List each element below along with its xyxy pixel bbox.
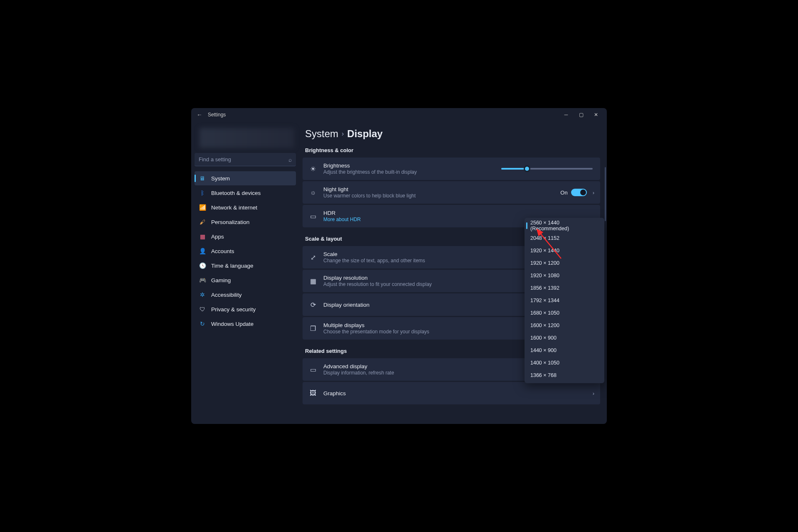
page-title: Display <box>347 128 382 140</box>
dropdown-option[interactable]: 1920 × 1080 <box>525 269 603 282</box>
dropdown-option[interactable]: 1920 × 1440 <box>525 244 603 257</box>
wifi-icon: 📶 <box>199 204 206 211</box>
card-title: HDR <box>323 210 594 216</box>
search-icon: ⌕ <box>288 156 292 163</box>
displays-icon: ❐ <box>308 325 318 332</box>
hdr-icon: ▭ <box>308 212 318 220</box>
card-sub: Use warmer colors to help block blue lig… <box>323 193 554 199</box>
bluetooth-icon: ᛒ <box>199 189 206 197</box>
dropdown-option[interactable]: 1920 × 1200 <box>525 257 603 269</box>
dropdown-option[interactable]: 1792 × 1344 <box>525 294 603 307</box>
scale-icon: ⤢ <box>308 254 318 261</box>
search-input[interactable] <box>195 153 296 166</box>
sidebar-label: System <box>211 175 230 182</box>
person-icon: 👤 <box>199 247 206 255</box>
card-title: Graphics <box>323 390 587 397</box>
resolution-dropdown[interactable]: 2560 × 1440 (Recommended) 2048 × 1152 19… <box>525 218 604 383</box>
sidebar-item-accessibility[interactable]: ✲Accessibility <box>195 288 296 302</box>
sidebar-label: Time & language <box>211 263 254 269</box>
update-icon: ↻ <box>199 320 206 328</box>
system-icon: 🖥 <box>199 175 206 182</box>
brush-icon: 🖌 <box>199 218 206 226</box>
sun-icon: ☀ <box>308 165 318 173</box>
toggle-label: On <box>560 190 567 196</box>
sidebar-label: Network & internet <box>211 204 257 211</box>
gamepad-icon: 🎮 <box>199 276 206 284</box>
dropdown-option[interactable]: 1856 × 1392 <box>525 282 603 294</box>
sidebar-item-system[interactable]: 🖥System <box>195 171 296 185</box>
monitor-icon: ▭ <box>308 366 318 374</box>
chevron-right-icon: › <box>342 130 344 138</box>
dropdown-option[interactable]: 2048 × 1152 <box>525 232 603 244</box>
brightness-slider[interactable] <box>501 168 593 170</box>
sidebar-label: Apps <box>211 234 224 240</box>
resolution-icon: ▦ <box>308 277 318 285</box>
minimize-button[interactable]: ─ <box>559 109 574 121</box>
settings-window: ← Settings ─ ▢ ✕ ⌕ 🖥System ᛒBluetooth & … <box>191 108 607 424</box>
breadcrumb-parent[interactable]: System <box>305 128 338 140</box>
sidebar-item-update[interactable]: ↻Windows Update <box>195 317 296 331</box>
sidebar-item-personalization[interactable]: 🖌Personalization <box>195 215 296 229</box>
graphics-icon: 🖼 <box>308 389 318 397</box>
shield-icon: 🛡 <box>199 305 206 313</box>
sidebar-label: Privacy & security <box>211 306 256 313</box>
scrollbar[interactable] <box>605 167 606 221</box>
breadcrumb: System › Display <box>305 128 600 140</box>
section-brightness: Brightness & color <box>305 147 600 153</box>
card-title: Night light <box>323 186 554 192</box>
nightlight-icon: ☼ <box>308 189 318 196</box>
sidebar-label: Gaming <box>211 277 231 283</box>
back-button[interactable]: ← <box>195 111 204 118</box>
sidebar-item-network[interactable]: 📶Network & internet <box>195 200 296 214</box>
dropdown-option[interactable]: 1680 × 1050 <box>525 307 603 319</box>
profile-blurred <box>200 128 294 148</box>
chevron-right-icon: › <box>593 390 594 397</box>
dropdown-option[interactable]: 1600 × 900 <box>525 332 603 344</box>
dropdown-option[interactable]: 1440 × 900 <box>525 344 603 357</box>
orientation-icon: ⟳ <box>308 301 318 309</box>
window-title: Settings <box>208 112 226 118</box>
nightlight-toggle[interactable] <box>571 189 587 196</box>
main-content: System › Display Brightness & color ☀ Br… <box>299 121 607 424</box>
apps-icon: ▦ <box>199 233 206 240</box>
card-brightness[interactable]: ☀ BrightnessAdjust the brightness of the… <box>303 158 600 180</box>
close-button[interactable]: ✕ <box>589 109 603 121</box>
chevron-right-icon: › <box>593 190 594 196</box>
dropdown-option[interactable]: 1400 × 1050 <box>525 357 603 369</box>
sidebar-label: Personalization <box>211 219 249 225</box>
sidebar-item-accounts[interactable]: 👤Accounts <box>195 244 296 258</box>
sidebar-item-gaming[interactable]: 🎮Gaming <box>195 273 296 287</box>
sidebar-item-time[interactable]: 🕓Time & language <box>195 259 296 273</box>
accessibility-icon: ✲ <box>199 291 206 298</box>
sidebar-label: Accessibility <box>211 292 242 298</box>
dropdown-option[interactable]: 1600 × 1200 <box>525 319 603 332</box>
titlebar: ← Settings ─ ▢ ✕ <box>191 108 607 121</box>
card-nightlight[interactable]: ☼ Night lightUse warmer colors to help b… <box>303 181 600 204</box>
sidebar: ⌕ 🖥System ᛒBluetooth & devices 📶Network … <box>191 121 299 424</box>
card-graphics[interactable]: 🖼 Graphics › <box>303 382 600 404</box>
card-sub: Adjust the brightness of the built-in di… <box>323 169 495 175</box>
sidebar-label: Windows Update <box>211 321 254 327</box>
sidebar-label: Bluetooth & devices <box>211 190 261 196</box>
dropdown-option[interactable]: 1366 × 768 <box>525 369 603 382</box>
sidebar-label: Accounts <box>211 248 234 254</box>
dropdown-option[interactable]: 2560 × 1440 (Recommended) <box>525 219 603 232</box>
sidebar-item-bluetooth[interactable]: ᛒBluetooth & devices <box>195 186 296 200</box>
sidebar-item-apps[interactable]: ▦Apps <box>195 229 296 244</box>
card-title: Brightness <box>323 163 495 169</box>
maximize-button[interactable]: ▢ <box>574 109 589 121</box>
clock-icon: 🕓 <box>199 262 206 269</box>
sidebar-item-privacy[interactable]: 🛡Privacy & security <box>195 302 296 316</box>
